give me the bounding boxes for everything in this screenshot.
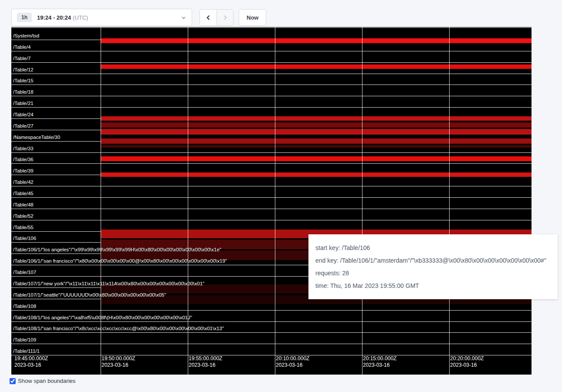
row-label: /Table/111/1 (13, 348, 40, 355)
row-label: /Table/24 (13, 112, 34, 118)
span-boundary-line (11, 197, 532, 198)
row-label: /Table/12 (13, 67, 34, 73)
time-axis-timestamp: 20:20:00.000Z (450, 355, 484, 362)
span-boundary-line (11, 74, 532, 74)
show-span-boundaries-label: Show span boundaries (18, 378, 75, 384)
time-axis-date: 2023-03-16 (102, 362, 135, 368)
span-boundary-line (11, 107, 532, 108)
row-label: /Table/27 (13, 123, 34, 129)
span-boundary-line (11, 163, 532, 164)
time-gridline (362, 27, 362, 375)
row-label: /Table/45 (13, 190, 34, 197)
time-axis-timestamp: 19:45:00.000Z (14, 355, 48, 362)
tooltip-end-key: end key: /Table/106/1/"amsterdam"/"\xb33… (315, 257, 551, 264)
span-boundary-line (11, 84, 532, 85)
time-axis-label: 19:55:00.000Z2023-03-16 (189, 355, 222, 368)
row-label: /Table/109 (13, 337, 36, 343)
row-label: /Table/15 (13, 78, 34, 84)
heat-band[interactable] (101, 172, 532, 177)
row-label: /Table/106/1/"los angeles"/"\x99\x99\x99… (13, 247, 221, 253)
row-label: /Table/39 (13, 168, 34, 174)
heat-band[interactable] (101, 129, 532, 135)
row-label: /Table/36 (13, 156, 34, 163)
time-axis-date: 2023-03-16 (363, 362, 396, 368)
now-button[interactable]: Now (239, 9, 266, 26)
row-label: /Table/21 (13, 100, 34, 107)
heat-band[interactable] (101, 139, 532, 144)
time-axis-label: 20:10:00.000Z2023-03-16 (276, 355, 309, 368)
span-boundary-line (11, 186, 532, 186)
row-label: /Table/106 (13, 235, 36, 242)
time-axis-label: 19:50:00.000Z2023-03-16 (102, 355, 135, 368)
row-label: /Table/33 (13, 145, 34, 152)
span-boundary-line (11, 27, 532, 28)
tooltip-start-key: start key: /Table/106 (315, 244, 551, 251)
row-label: /Table/107 (13, 269, 36, 276)
span-boundary-line (11, 220, 532, 220)
time-gridline (449, 27, 450, 375)
row-label: /Table/52 (13, 213, 34, 220)
time-axis-timestamp: 20:15:00.000Z (363, 355, 396, 362)
row-label: /Table/7 (13, 55, 30, 62)
time-gridline (101, 27, 101, 375)
span-boundary-line (11, 152, 532, 153)
show-span-boundaries-checkbox[interactable] (10, 378, 16, 384)
heat-band[interactable] (101, 116, 532, 121)
time-axis-date: 2023-03-16 (189, 362, 222, 368)
heat-band[interactable] (101, 145, 532, 148)
heat-band[interactable] (101, 38, 532, 43)
row-label: /Table/4 (13, 44, 30, 51)
time-axis-timestamp: 20:10:00.000Z (276, 355, 309, 362)
time-axis-timestamp: 19:50:00.000Z (102, 355, 135, 362)
span-boundary-line (11, 209, 532, 209)
time-axis-label: 19:45:00.000Z2023-03-16 (14, 355, 48, 368)
tooltip-requests: requests: 28 (315, 270, 551, 277)
span-boundary-line (11, 332, 532, 333)
next-interval-button[interactable] (217, 10, 233, 25)
span-tooltip: start key: /Table/106 end key: /Table/10… (308, 234, 558, 299)
prev-interval-button[interactable] (200, 10, 217, 25)
time-zone-label: (UTC) (73, 14, 88, 21)
key-visualizer-heatmap[interactable]: /System/tsd/Table/4/Table/7/Table/12/Tab… (11, 27, 532, 375)
row-label: /Table/108/1/"san francisco"/"\x8c\xcc\x… (13, 325, 224, 332)
time-axis-date: 2023-03-16 (276, 362, 309, 368)
time-nav-group (200, 9, 234, 26)
chevron-right-icon (222, 14, 228, 21)
time-axis-label: 20:15:00.000Z2023-03-16 (363, 355, 396, 368)
time-range-label: 19:24 - 20:24 (37, 14, 71, 21)
row-label: /System/tsd (13, 33, 39, 39)
span-boundaries-control: Show span boundaries (10, 378, 75, 384)
row-label: /Table/55 (13, 224, 34, 231)
tooltip-time: time: Thu, 16 Mar 2023 19:55:00 GMT (315, 282, 551, 289)
row-label: /Table/48 (13, 202, 34, 208)
duration-badge: 1h (17, 13, 32, 22)
row-label: /Table/108 (13, 303, 36, 310)
span-boundary-line (11, 62, 532, 63)
time-range-dropdown[interactable]: 1h 19:24 - 20:24 (UTC) (11, 9, 192, 26)
time-axis-timestamp: 19:55:00.000Z (189, 355, 222, 362)
chevron-down-icon (181, 15, 186, 20)
row-label: /Table/107/1/"new york"/"\x11\x11\x11\x1… (13, 280, 204, 287)
time-axis-date: 2023-03-16 (450, 362, 484, 368)
span-boundary-line (11, 51, 532, 51)
time-gridline (275, 27, 275, 375)
row-label: /Table/106/1/"san francisco"/"\x80\x00\x… (13, 258, 227, 264)
row-label: /Table/108/1/"los angeles"/"\xa8\xf5\u00… (13, 314, 192, 321)
time-axis-date: 2023-03-16 (14, 362, 48, 368)
row-label: /NamespaceTable/30 (13, 134, 60, 141)
heat-band[interactable] (101, 156, 532, 161)
span-boundary-line (11, 96, 532, 96)
time-gridline (188, 27, 188, 375)
span-boundary-line (11, 344, 532, 344)
heat-band[interactable] (101, 64, 532, 69)
chevron-left-icon (205, 14, 212, 21)
heat-band[interactable] (101, 122, 532, 128)
row-label: /Table/42 (13, 179, 34, 186)
row-label: /Table/107/1/"seattle"/"UUUUUUD\x00\x80\… (13, 292, 166, 298)
span-boundary-line (11, 321, 532, 322)
toolbar: 1h 19:24 - 20:24 (UTC) Now (11, 9, 266, 26)
row-label: /Table/18 (13, 89, 34, 95)
time-axis-label: 20:20:00.000Z2023-03-16 (450, 355, 484, 368)
span-boundary-line (11, 310, 532, 311)
